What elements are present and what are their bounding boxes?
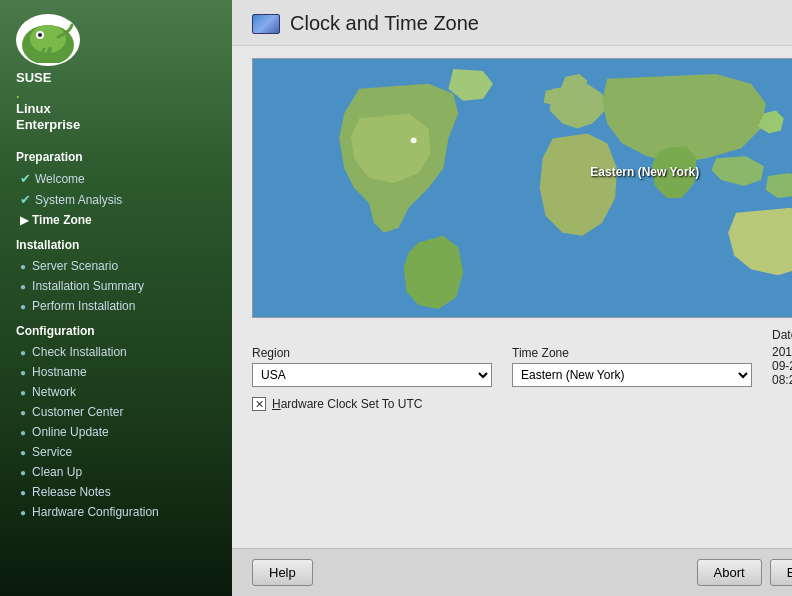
sidebar-item-label-welcome: Welcome	[35, 172, 85, 186]
datetime-group: Date and Time 2010-09-20 - 08:25:42 Chan…	[772, 328, 792, 387]
svg-point-3	[38, 33, 42, 37]
main-header: Clock and Time Zone	[232, 0, 792, 46]
suse-brand-line3: Enterprise	[16, 117, 80, 133]
abort-button[interactable]: Abort	[697, 559, 762, 586]
sidebar-item-service[interactable]: ● Service	[0, 442, 232, 462]
sidebar-item-label-hostname: Hostname	[32, 365, 87, 379]
sidebar-item-label-customer-center: Customer Center	[32, 405, 123, 419]
region-label: Region	[252, 346, 492, 360]
bullet-server-scenario: ●	[20, 261, 26, 272]
sidebar-item-system-analysis[interactable]: ✔ System Analysis	[0, 189, 232, 210]
sidebar-item-hostname[interactable]: ● Hostname	[0, 362, 232, 382]
check-icon-system-analysis: ✔	[20, 192, 31, 207]
sidebar-item-label-hardware-configuration: Hardware Configuration	[32, 505, 159, 519]
region-select[interactable]: USA Europe Asia Africa Americas Other	[252, 363, 492, 387]
hwclock-row: ✕ Hardware Clock Set To UTC	[252, 397, 792, 411]
suse-brand-line2: Linux	[16, 101, 80, 117]
datetime-value: 2010-09-20 - 08:25:42	[772, 345, 792, 387]
region-timezone-row: Region USA Europe Asia Africa Americas O…	[252, 328, 792, 387]
footer-right-buttons: Abort Back Next	[697, 559, 792, 586]
timezone-select[interactable]: Eastern (New York) Central Mountain Paci…	[512, 363, 752, 387]
section-label-preparation: Preparation	[0, 142, 232, 168]
sidebar-item-label-server-scenario: Server Scenario	[32, 259, 118, 273]
clock-timezone-icon	[252, 14, 280, 34]
footer: Help Abort Back Next	[232, 548, 792, 596]
suse-logo-icon	[16, 14, 80, 66]
bullet-clean-up: ●	[20, 467, 26, 478]
suse-brand-name: SUSE.	[16, 70, 80, 101]
bullet-perform-installation: ●	[20, 301, 26, 312]
sidebar-item-server-scenario[interactable]: ● Server Scenario	[0, 256, 232, 276]
help-button[interactable]: Help	[252, 559, 313, 586]
sidebar-item-online-update[interactable]: ● Online Update	[0, 422, 232, 442]
datetime-label: Date and Time	[772, 328, 792, 342]
sidebar-item-label-network: Network	[32, 385, 76, 399]
sidebar-item-perform-installation[interactable]: ● Perform Installation	[0, 296, 232, 316]
timezone-label: Time Zone	[512, 346, 752, 360]
sidebar-item-network[interactable]: ● Network	[0, 382, 232, 402]
sidebar-item-label-check-installation: Check Installation	[32, 345, 127, 359]
sidebar-item-label-perform-installation: Perform Installation	[32, 299, 135, 313]
sidebar-item-welcome[interactable]: ✔ Welcome	[0, 168, 232, 189]
main-panel: Clock and Time Zone	[232, 0, 792, 596]
sidebar-item-check-installation[interactable]: ● Check Installation	[0, 342, 232, 362]
bullet-customer-center: ●	[20, 407, 26, 418]
hwclock-checkbox[interactable]: ✕	[252, 397, 266, 411]
sidebar-item-label-installation-summary: Installation Summary	[32, 279, 144, 293]
check-icon-welcome: ✔	[20, 171, 31, 186]
sidebar-item-customer-center[interactable]: ● Customer Center	[0, 402, 232, 422]
sidebar-item-installation-summary[interactable]: ● Installation Summary	[0, 276, 232, 296]
bullet-release-notes: ●	[20, 487, 26, 498]
bullet-hostname: ●	[20, 367, 26, 378]
sidebar-item-label-release-notes: Release Notes	[32, 485, 111, 499]
sidebar-item-label-service: Service	[32, 445, 72, 459]
section-label-installation: Installation	[0, 230, 232, 256]
arrow-icon-time-zone: ▶	[20, 214, 28, 227]
page-title: Clock and Time Zone	[290, 12, 479, 35]
sidebar-item-label-online-update: Online Update	[32, 425, 109, 439]
sidebar-item-time-zone[interactable]: ▶ Time Zone	[0, 210, 232, 230]
sidebar-item-label-time-zone: Time Zone	[32, 213, 92, 227]
bullet-installation-summary: ●	[20, 281, 26, 292]
sidebar-item-label-clean-up: Clean Up	[32, 465, 82, 479]
main-body: Eastern (New York) Region USA Europe Asi…	[232, 46, 792, 548]
sidebar-item-clean-up[interactable]: ● Clean Up	[0, 462, 232, 482]
world-map[interactable]: Eastern (New York)	[252, 58, 792, 318]
hwclock-label: Hardware Clock Set To UTC	[272, 397, 423, 411]
bullet-online-update: ●	[20, 427, 26, 438]
bullet-check-installation: ●	[20, 347, 26, 358]
sidebar-item-hardware-configuration[interactable]: ● Hardware Configuration	[0, 502, 232, 522]
bullet-network: ●	[20, 387, 26, 398]
region-field-group: Region USA Europe Asia Africa Americas O…	[252, 346, 492, 387]
bullet-hardware-configuration: ●	[20, 507, 26, 518]
timezone-field-group: Time Zone Eastern (New York) Central Mou…	[512, 346, 752, 387]
bullet-service: ●	[20, 447, 26, 458]
svg-point-5	[411, 137, 417, 143]
suse-brand-text: SUSE. Linux Enterprise	[16, 70, 80, 132]
sidebar-logo: SUSE. Linux Enterprise	[0, 0, 232, 142]
back-button[interactable]: Back	[770, 559, 792, 586]
section-label-configuration: Configuration	[0, 316, 232, 342]
sidebar-item-release-notes[interactable]: ● Release Notes	[0, 482, 232, 502]
sidebar: SUSE. Linux Enterprise Preparation ✔ Wel…	[0, 0, 232, 596]
sidebar-item-label-system-analysis: System Analysis	[35, 193, 122, 207]
